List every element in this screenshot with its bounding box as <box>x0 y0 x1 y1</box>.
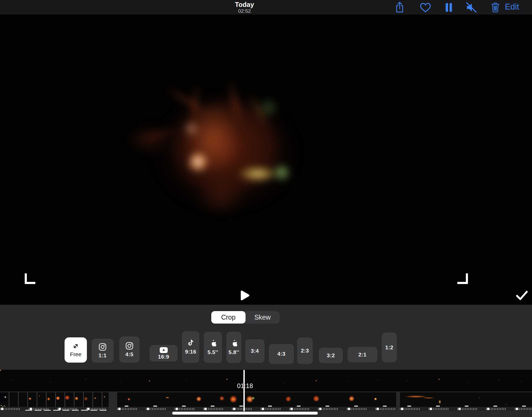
pause-icon <box>445 2 453 12</box>
aspect-3-4-button[interactable]: 3:4 <box>245 339 264 363</box>
expand-icon <box>72 343 79 350</box>
tab-crop[interactable]: Crop <box>211 311 246 324</box>
firework-streak <box>226 75 244 129</box>
favorite-button[interactable] <box>419 2 432 13</box>
current-time-label: 01:18 <box>226 382 264 390</box>
aspect-5-8-inch-button[interactable]: 5.8'' <box>226 332 241 363</box>
confirm-crop-button[interactable] <box>515 290 529 301</box>
trash-icon <box>491 2 500 13</box>
instagram-icon <box>125 342 133 350</box>
crop-handle-bottom-right[interactable] <box>457 273 468 284</box>
edit-button[interactable]: Edit <box>505 2 519 12</box>
aspect-label: 1:1 <box>99 352 107 359</box>
title-block: Today 02:52 <box>221 1 268 14</box>
fireworks-video-frame <box>106 53 345 228</box>
firework-streak <box>246 89 270 131</box>
frame-underlines <box>25 410 109 411</box>
firework-streak <box>136 125 183 143</box>
timeline-clip-3[interactable] <box>400 392 532 411</box>
speaker-muted-icon <box>466 2 477 13</box>
audio-waveform <box>117 407 396 411</box>
aspect-16-9-button[interactable]: 16:9 <box>150 345 178 362</box>
heart-icon <box>420 2 431 12</box>
play-button[interactable] <box>239 290 250 301</box>
overview-firework-dots <box>0 370 1 371</box>
aspect-label: Free <box>70 351 81 358</box>
aspect-9-16-button[interactable]: 9:16 <box>182 331 199 363</box>
timeline-overview-strip[interactable] <box>0 370 532 392</box>
video-duration: 02:52 <box>221 8 268 14</box>
crop-handle-bottom-left[interactable] <box>25 273 35 284</box>
timeline-playhead[interactable] <box>243 370 245 411</box>
top-navigation-bar: Today 02:52 <box>0 0 532 15</box>
crop-skew-segmented-control: Crop Skew <box>211 311 280 324</box>
apple-icon <box>209 339 217 348</box>
checkmark-icon <box>515 298 529 302</box>
aspect-4-5-button[interactable]: 4:5 <box>119 337 140 363</box>
video-preview-area[interactable] <box>0 15 532 305</box>
page-title: Today <box>221 1 268 8</box>
tiktok-icon <box>187 339 195 347</box>
instagram-icon <box>99 343 107 351</box>
aspect-label: 4:5 <box>125 351 133 358</box>
aspect-label: 9:16 <box>185 349 196 355</box>
timeline-clip-2[interactable] <box>117 392 396 411</box>
timeline-clip-1[interactable] <box>0 392 109 411</box>
pause-button[interactable] <box>444 2 453 13</box>
apple-icon <box>230 339 238 348</box>
share-icon <box>395 2 404 13</box>
aspect-1-1-button[interactable]: 1:1 <box>92 339 113 363</box>
aspect-label: 2:3 <box>301 348 309 354</box>
delete-button[interactable] <box>490 2 501 13</box>
aspect-label: 5.5'' <box>208 349 218 355</box>
mute-button[interactable] <box>465 2 478 13</box>
aspect-label: 5.8'' <box>229 349 239 355</box>
play-icon <box>239 298 250 302</box>
aspect-5-5-inch-button[interactable]: 5.5'' <box>204 332 222 363</box>
firework-streak <box>162 83 210 117</box>
photo-video-editor-screen: Today 02:52 <box>0 0 532 417</box>
aspect-1-2-button[interactable]: 1:2 <box>382 333 397 362</box>
aspect-3-2-button[interactable]: 3:2 <box>319 348 343 363</box>
aspect-4-3-button[interactable]: 4:3 <box>269 344 294 364</box>
aspect-2-1-button[interactable]: 2:1 <box>348 347 377 362</box>
aspect-label: 2:1 <box>358 352 366 358</box>
timeline-scrollbar[interactable] <box>172 412 318 415</box>
youtube-icon <box>159 347 168 353</box>
aspect-label: 3:2 <box>327 352 335 359</box>
share-button[interactable] <box>394 2 406 13</box>
aspect-label: 16:9 <box>158 354 169 360</box>
aspect-label: 4:3 <box>277 351 285 357</box>
aspect-label: 1:2 <box>385 345 393 351</box>
aspect-free-button[interactable]: Free <box>65 337 87 363</box>
audio-waveform <box>400 407 532 411</box>
aspect-2-3-button[interactable]: 2:3 <box>297 338 313 364</box>
aspect-label: 3:4 <box>251 348 259 354</box>
tab-skew[interactable]: Skew <box>246 311 280 324</box>
crop-tools-panel: Crop Skew Free 1:1 <box>0 305 532 417</box>
